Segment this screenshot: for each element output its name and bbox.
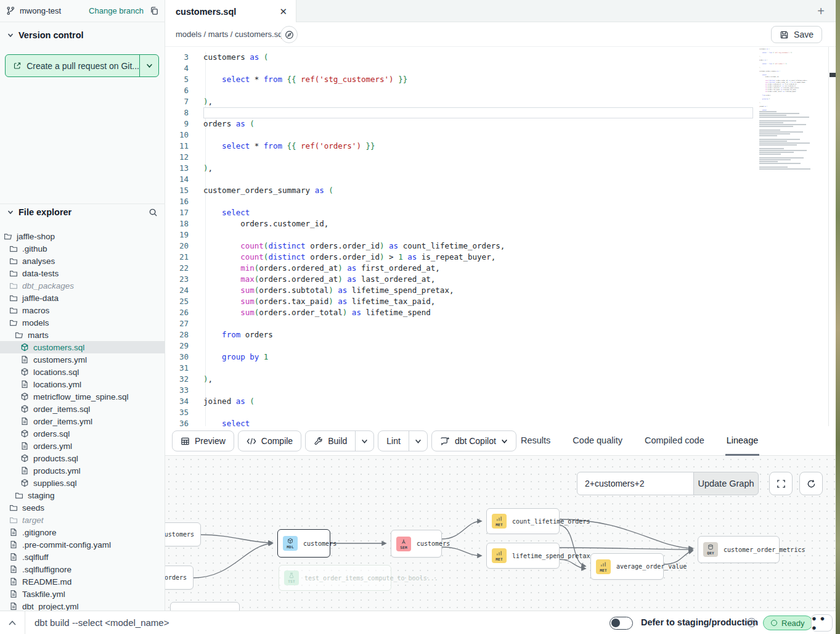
compile-button[interactable]: Compile <box>238 430 301 451</box>
fullscreen-button[interactable] <box>769 472 793 495</box>
tree-item-jaffle-data[interactable]: jaffle-data <box>0 292 165 304</box>
lineage-node-stg_customers[interactable]: stg_customers <box>165 522 201 546</box>
lint-dropdown[interactable] <box>409 431 427 451</box>
code-line-23[interactable]: 23 max(orders.ordered_at) as last_ordere… <box>165 274 836 285</box>
tab-customers-sql[interactable]: customers.sql ✕ <box>165 0 296 23</box>
code-line-13[interactable]: 13), <box>165 163 836 174</box>
dbt-command-input[interactable]: dbt build --select <model_name> <box>35 617 169 628</box>
lineage-node-orders[interactable]: orders <box>165 566 194 590</box>
ready-status-badge[interactable]: Ready <box>763 615 813 630</box>
lineage-node-partial_node[interactable] <box>170 602 240 611</box>
tree-item-data-tests[interactable]: data-tests <box>0 267 165 279</box>
tree-item-macros[interactable]: macros <box>0 304 165 316</box>
help-icon[interactable]: ? <box>747 618 756 627</box>
create-pr-dropdown[interactable] <box>139 55 158 76</box>
code-line-12[interactable]: 12 <box>165 152 836 163</box>
tree-item-products-yml[interactable]: products.yml <box>0 464 165 477</box>
tree-item-jaffle-shop[interactable]: jaffle-shop <box>0 230 165 242</box>
tree-item-orders-sql[interactable]: orders.sql <box>0 427 165 440</box>
tree-item-readme-md[interactable]: README.md <box>0 575 165 588</box>
code-line-29[interactable]: 29 <box>165 340 836 352</box>
code-line-20[interactable]: 20 count(distinct orders.order_id) as co… <box>165 241 836 252</box>
create-pr-button[interactable]: Create a pull request on Git... <box>5 54 159 77</box>
tab-results[interactable]: Results <box>520 426 552 456</box>
more-options-button[interactable]: ● ● ● <box>811 614 833 632</box>
lineage-node-average_order_value[interactable]: METaverage_order_value <box>590 553 664 580</box>
lineage-node-customer_order_metrics[interactable]: QRYcustomer_order_metrics <box>698 536 780 563</box>
minimap[interactable]: customers as ( select * from {{ ref('stg… <box>759 48 823 344</box>
scrollbar-thumb[interactable] <box>830 73 836 77</box>
tree-item--gitignore[interactable]: .gitignore <box>0 526 165 538</box>
code-line-25[interactable]: 25 sum(orders.tax_paid) as lifetime_tax_… <box>165 296 836 307</box>
tree-item-order-items-sql[interactable]: order_items.sql <box>0 403 165 415</box>
build-button[interactable]: Build <box>305 430 374 451</box>
close-icon[interactable]: ✕ <box>279 6 287 17</box>
tree-item-products-sql[interactable]: products.sql <box>0 452 165 464</box>
tree-item--github[interactable]: .github <box>0 242 165 255</box>
refresh-button[interactable] <box>799 472 823 495</box>
copilot-compass-button[interactable] <box>280 26 298 43</box>
defer-toggle[interactable] <box>610 617 633 630</box>
code-line-28[interactable]: 28 from orders <box>165 329 836 340</box>
code-line-30[interactable]: 30 group by 1 <box>165 352 836 363</box>
code-line-10[interactable]: 10 <box>165 130 836 141</box>
expand-panel-chevron[interactable] <box>4 611 21 634</box>
change-branch-link[interactable]: Change branch <box>89 6 144 15</box>
code-line-34[interactable]: 34joined as ( <box>165 396 836 407</box>
tree-item--pre-commit-config-yaml[interactable]: .pre-commit-config.yaml <box>0 538 165 551</box>
tree-item-locations-yml[interactable]: locations.yml <box>0 378 165 390</box>
tab-code-quality[interactable]: Code quality <box>571 426 624 456</box>
tree-item-dbt-packages[interactable]: dbt_packages <box>0 279 165 292</box>
tree-item-analyses[interactable]: analyses <box>0 255 165 267</box>
code-line-19[interactable]: 19 <box>165 229 836 241</box>
lint-button[interactable]: Lint <box>378 430 428 451</box>
code-line-22[interactable]: 22 min(orders.ordered_at) as first_order… <box>165 263 836 274</box>
tree-item-dbt-project-yml[interactable]: dbt_project.yml <box>0 600 165 611</box>
save-button[interactable]: Save <box>771 26 822 43</box>
tree-item-taskfile-yml[interactable]: Taskfile.yml <box>0 588 165 600</box>
copy-icon[interactable] <box>150 6 159 15</box>
tree-item-customers-yml[interactable]: customers.yml <box>0 353 165 366</box>
tab-lineage[interactable]: Lineage <box>725 426 760 456</box>
version-control-header[interactable]: Version control <box>7 30 84 40</box>
tree-item-locations-sql[interactable]: locations.sql <box>0 366 165 378</box>
code-line-5[interactable]: 5 select * from {{ ref('stg_customers') … <box>165 74 836 85</box>
build-dropdown[interactable] <box>355 431 373 451</box>
code-line-18[interactable]: 18 orders.customer_id, <box>165 218 836 229</box>
code-line-24[interactable]: 24 sum(orders.subtotal) as lifetime_spen… <box>165 285 836 296</box>
update-graph-button[interactable]: Update Graph <box>693 472 759 495</box>
lineage-panel[interactable]: stg_customersordersMDLcustomersTSTtest_o… <box>165 456 836 611</box>
tree-item--sqlfluff[interactable]: .sqlfluff <box>0 551 165 563</box>
code-line-3[interactable]: 3customers as ( <box>165 52 836 63</box>
code-line-4[interactable]: 4 <box>165 63 836 74</box>
code-line-14[interactable]: 14 <box>165 174 836 185</box>
lineage-node-customers_mdl[interactable]: MDLcustomers <box>277 529 330 558</box>
code-line-7[interactable]: 7), <box>165 96 836 107</box>
code-line-6[interactable]: 6 <box>165 85 836 96</box>
code-line-33[interactable]: 33 <box>165 385 836 396</box>
dbt-copilot-button[interactable]: dbt Copilot <box>431 430 516 451</box>
code-line-32[interactable]: 32), <box>165 374 836 385</box>
tree-item-models[interactable]: models <box>0 316 165 329</box>
tree-item-orders-yml[interactable]: orders.yml <box>0 440 165 452</box>
code-line-35[interactable]: 35 <box>165 407 836 418</box>
preview-button[interactable]: Preview <box>172 430 234 451</box>
lineage-node-count_lifetime_orders[interactable]: METcount_lifetime_orders <box>486 508 560 534</box>
code-line-27[interactable]: 27 <box>165 318 836 329</box>
code-line-36[interactable]: 36 select <box>165 418 836 426</box>
code-line-26[interactable]: 26 sum(orders.order_total) as lifetime_s… <box>165 307 836 318</box>
tree-item-target[interactable]: target <box>0 514 165 526</box>
tree-item-customers-sql[interactable]: customers.sql <box>0 341 165 353</box>
tree-item-staging[interactable]: staging <box>0 489 165 501</box>
lineage-node-customers_sem[interactable]: SEMcustomers <box>391 530 442 558</box>
tree-item-marts[interactable]: marts <box>0 329 165 341</box>
lineage-node-test_order_items[interactable]: TSTtest_order_items_compute_to_bools... <box>279 565 391 591</box>
editor-scrollbar[interactable] <box>828 47 836 426</box>
tree-item-metricflow-time-spine-sql[interactable]: metricflow_time_spine.sql <box>0 390 165 403</box>
tree-item-seeds[interactable]: seeds <box>0 501 165 514</box>
search-icon[interactable] <box>149 208 158 217</box>
code-line-8[interactable]: 8 <box>165 107 836 118</box>
code-line-31[interactable]: 31 <box>165 363 836 374</box>
lineage-node-lifetime_spend_pretax[interactable]: METlifetime_spend_pretax <box>486 543 560 569</box>
tree-item-order-items-yml[interactable]: order_items.yml <box>0 415 165 427</box>
